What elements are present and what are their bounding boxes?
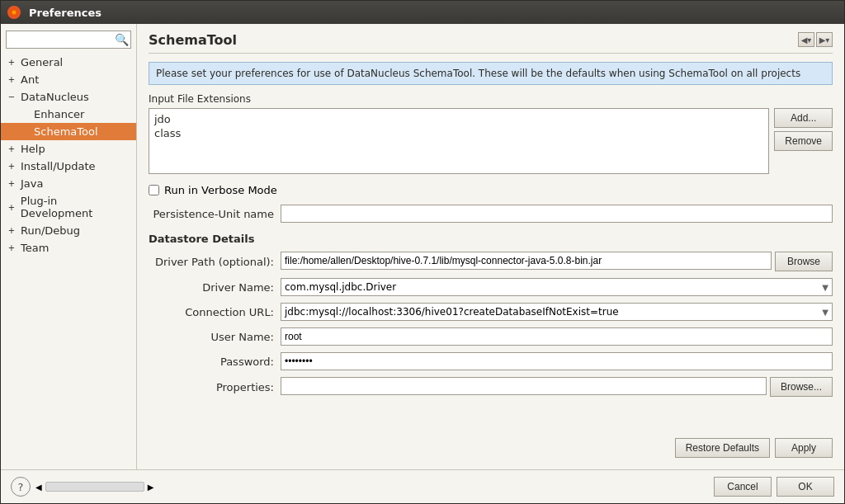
driver-path-input[interactable] [281, 252, 772, 270]
sidebar-item-label-help: Help [21, 143, 45, 155]
driver-name-row: Driver Name: com.mysql.jdbc.Driver ▼ [149, 278, 833, 296]
file-ext-section: jdo class Add... Remove [149, 108, 833, 174]
add-extension-button[interactable]: Add... [774, 108, 833, 128]
username-label: User Name: [149, 331, 281, 343]
content-area: 🔍 + General + Ant − DataNucleus Enhancer… [1, 24, 844, 469]
search-box: 🔍 [6, 31, 131, 49]
sidebar-item-team[interactable]: + Team [1, 239, 136, 257]
sidebar-item-schematool[interactable]: SchemaTool [1, 123, 136, 140]
password-label: Password: [149, 356, 281, 368]
persistence-unit-input[interactable] [281, 205, 833, 223]
username-input[interactable] [281, 327, 833, 346]
connection-url-value: jdbc:mysql://localhost:3306/hive01?creat… [285, 306, 619, 318]
info-bar: Please set your preferences for use of D… [149, 62, 833, 85]
connection-url-select[interactable]: jdbc:mysql://localhost:3306/hive01?creat… [281, 303, 833, 321]
driver-name-arrow: ▼ [822, 283, 828, 292]
sidebar-item-java[interactable]: + Java [1, 175, 136, 192]
driver-path-label: Driver Path (optional): [149, 256, 281, 268]
sidebar-item-label-team: Team [21, 242, 49, 254]
help-button[interactable]: ? [11, 477, 31, 497]
sidebar-item-general[interactable]: + General [1, 54, 136, 71]
datastore-details-label: Datastore Details [149, 233, 833, 245]
sidebar-item-label-rundebug: Run/Debug [21, 224, 80, 237]
driver-path-row: Driver Path (optional): Browse [149, 252, 833, 271]
sidebar-item-plugin-dev[interactable]: + Plug-in Development [1, 192, 136, 222]
ext-buttons: Add... Remove [774, 108, 833, 174]
restore-defaults-button[interactable]: Restore Defaults [675, 438, 770, 458]
properties-browse-button[interactable]: Browse... [770, 377, 833, 397]
sidebar-item-label-install: Install/Update [21, 160, 96, 172]
connection-url-label: Connection URL: [149, 306, 281, 318]
sidebar-item-help[interactable]: + Help [1, 140, 136, 158]
search-input[interactable] [6, 31, 131, 49]
ext-list[interactable]: jdo class [149, 108, 769, 174]
persistence-unit-row: Persistence-Unit name [149, 205, 833, 223]
scroll-left-arrow[interactable]: ◀ [35, 483, 42, 492]
main-panel: SchemaTool ◀▾ ▶▾ Please set your prefere… [137, 24, 844, 469]
connection-url-arrow: ▼ [822, 308, 828, 317]
expand-icon-install: + [6, 162, 17, 171]
bottom-right-buttons: Cancel OK [714, 477, 834, 497]
password-row: Password: [149, 352, 833, 370]
verbose-mode-row: Run in Verbose Mode [149, 184, 833, 196]
properties-field-group: Browse... [281, 377, 833, 397]
verbose-mode-label: Run in Verbose Mode [164, 184, 277, 196]
sidebar-item-enhancer[interactable]: Enhancer [1, 106, 136, 123]
scrollbar-area: ◀ ▶ [35, 482, 153, 492]
expand-icon-java: + [6, 179, 17, 188]
svg-point-1 [12, 11, 16, 14]
username-row: User Name: [149, 327, 833, 346]
driver-name-label: Driver Name: [149, 281, 281, 294]
expand-icon-plugin: + [6, 203, 17, 212]
sidebar-item-datanucleus[interactable]: − DataNucleus [1, 88, 136, 106]
ext-item-jdo: jdo [153, 112, 765, 126]
driver-name-value: com.mysql.jdbc.Driver [285, 281, 396, 293]
window-title: Preferences [29, 7, 101, 19]
scroll-right-arrow[interactable]: ▶ [148, 483, 154, 492]
sidebar-item-label-schematool: SchemaTool [34, 125, 98, 138]
connection-url-row: Connection URL: jdbc:mysql://localhost:3… [149, 303, 833, 321]
sidebar-item-label-enhancer: Enhancer [34, 108, 84, 120]
persistence-unit-label: Persistence-Unit name [149, 208, 281, 220]
expand-icon-help: + [6, 144, 17, 153]
info-message: Please set your preferences for use of D… [156, 68, 800, 79]
driver-path-field-group: Browse [281, 252, 833, 271]
password-input[interactable] [281, 352, 833, 370]
sidebar-item-label-general: General [21, 56, 63, 68]
driver-path-browse-button[interactable]: Browse [775, 252, 833, 271]
expand-icon-ant: + [6, 75, 17, 84]
app-icon [7, 6, 21, 19]
properties-input[interactable] [281, 377, 767, 395]
scroll-track[interactable] [45, 482, 144, 492]
titlebar: Preferences [1, 1, 844, 24]
expand-icon-team: + [6, 243, 17, 252]
apply-button[interactable]: Apply [775, 438, 833, 458]
sidebar-item-label-plugin: Plug-in Development [21, 195, 131, 219]
expand-icon-general: + [6, 58, 17, 67]
panel-header: SchemaTool ◀▾ ▶▾ [149, 32, 833, 62]
search-icon[interactable]: 🔍 [115, 33, 129, 46]
nav-back-button[interactable]: ◀▾ [798, 32, 814, 47]
sidebar-item-label-java: Java [21, 177, 43, 190]
sidebar-item-install-update[interactable]: + Install/Update [1, 158, 136, 175]
panel-title: SchemaTool [149, 32, 833, 54]
input-file-extensions-label: Input File Extensions [149, 93, 833, 105]
ext-item-class: class [153, 126, 765, 140]
nav-arrows: ◀▾ ▶▾ [798, 32, 833, 47]
expand-icon-rundebug: + [6, 226, 17, 235]
remove-extension-button[interactable]: Remove [774, 131, 833, 151]
sidebar-item-ant[interactable]: + Ant [1, 71, 136, 88]
sidebar: 🔍 + General + Ant − DataNucleus Enhancer… [1, 24, 137, 469]
properties-label: Properties: [149, 381, 281, 393]
cancel-button[interactable]: Cancel [714, 477, 772, 497]
verbose-mode-checkbox[interactable] [149, 185, 159, 195]
nav-forward-button[interactable]: ▶▾ [816, 32, 833, 47]
sidebar-item-label-ant: Ant [21, 73, 39, 86]
properties-row: Properties: Browse... [149, 377, 833, 397]
ok-button[interactable]: OK [777, 477, 834, 497]
preferences-window: Preferences 🔍 + General + Ant − DataNucl… [0, 0, 845, 504]
expand-icon-datanucleus: − [6, 92, 17, 101]
driver-name-select[interactable]: com.mysql.jdbc.Driver ▼ [281, 278, 833, 296]
sidebar-item-run-debug[interactable]: + Run/Debug [1, 222, 136, 239]
bottom-bar: ? ◀ ▶ Cancel OK [1, 469, 844, 503]
